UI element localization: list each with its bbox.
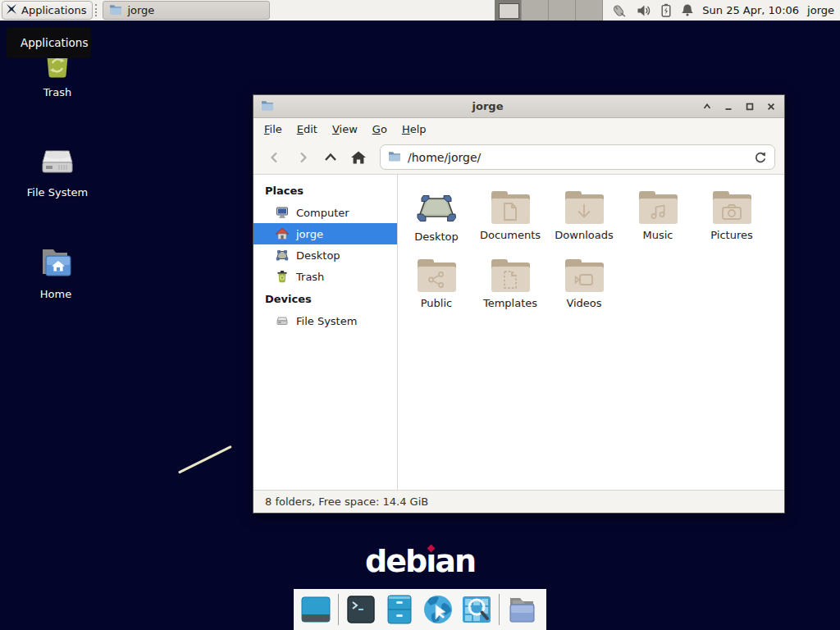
- workspace-pager[interactable]: [495, 0, 603, 21]
- terminal-launcher[interactable]: [345, 593, 377, 626]
- folder-item-videos[interactable]: Videos: [547, 259, 621, 309]
- xfce-applications-icon: [5, 2, 18, 18]
- forward-button[interactable]: [290, 145, 315, 170]
- dock-panel: [294, 589, 546, 630]
- debian-logo-text: deb: [365, 543, 426, 579]
- music-notes-icon: [649, 203, 667, 221]
- notifications-icon[interactable]: [681, 3, 694, 17]
- reload-button[interactable]: [754, 151, 767, 164]
- sidebar-item-filesystem[interactable]: File System: [253, 310, 397, 331]
- folder-item-desktop[interactable]: Desktop: [399, 191, 473, 243]
- shade-button[interactable]: [701, 101, 713, 112]
- sidebar-places-header: Places: [253, 179, 397, 202]
- pointing-device-icon[interactable]: [610, 3, 627, 18]
- minimize-button[interactable]: [723, 101, 734, 112]
- desktop-icon-label: Trash: [11, 86, 103, 98]
- folder-item-documents[interactable]: Documents: [473, 191, 547, 243]
- sidebar-item-trash[interactable]: Trash: [253, 266, 397, 287]
- sidebar-item-label: Desktop: [296, 249, 340, 262]
- file-manager-icon: [386, 594, 413, 625]
- applications-menu-label: Applications: [21, 4, 86, 16]
- maximize-button[interactable]: [744, 101, 756, 112]
- up-button[interactable]: [318, 145, 343, 170]
- cursor-artifact: [178, 445, 232, 474]
- sidebar-item-label: Computer: [296, 207, 349, 219]
- home-folder-icon: [36, 243, 75, 282]
- panel-username[interactable]: jorge: [807, 4, 834, 16]
- panel-clock[interactable]: Sun 25 Apr, 10:06: [702, 4, 799, 16]
- show-desktop-button[interactable]: [299, 593, 332, 626]
- workspace-2[interactable]: [522, 0, 549, 21]
- workspace-4[interactable]: [576, 0, 603, 21]
- folder-label: Documents: [480, 229, 541, 241]
- directory-icon: [505, 595, 538, 624]
- trash-small-icon: [276, 270, 289, 283]
- toolbar: /home/jorge/: [253, 140, 784, 175]
- window-titlebar[interactable]: jorge: [253, 95, 784, 118]
- debian-logo: debıan: [0, 543, 840, 579]
- volume-icon[interactable]: [637, 4, 651, 17]
- window-folder-icon: [261, 98, 274, 115]
- folder-label: Templates: [483, 297, 537, 309]
- computer-icon: [276, 206, 289, 219]
- videos-folder-icon: [565, 259, 604, 292]
- workspace-1[interactable]: [495, 0, 522, 21]
- template-document-icon: [501, 270, 519, 290]
- location-bar[interactable]: /home/jorge/: [380, 144, 775, 170]
- sidebar-item-desktop[interactable]: Desktop: [253, 244, 397, 266]
- menu-go[interactable]: Go: [365, 119, 395, 139]
- desktop-icon-home[interactable]: Home: [10, 243, 102, 300]
- show-desktop-icon: [300, 594, 331, 625]
- folder-item-downloads[interactable]: Downloads: [547, 191, 621, 243]
- directory-launcher[interactable]: [505, 593, 538, 626]
- menu-file[interactable]: File: [257, 119, 290, 139]
- menu-help[interactable]: Help: [395, 119, 434, 139]
- folder-item-music[interactable]: Music: [621, 191, 695, 243]
- sidebar-item-label: Trash: [296, 271, 324, 283]
- location-path[interactable]: /home/jorge/: [408, 151, 481, 164]
- documents-folder-icon: [491, 191, 530, 224]
- web-browser-launcher[interactable]: [422, 593, 454, 626]
- folder-window-icon: [109, 2, 122, 18]
- sidebar: Places Computer jorge: [253, 175, 398, 490]
- folder-item-public[interactable]: Public: [399, 259, 473, 309]
- system-tray: [610, 3, 694, 18]
- folder-label: Desktop: [414, 231, 459, 243]
- close-button[interactable]: [765, 101, 777, 112]
- document-glyph-icon: [501, 202, 519, 221]
- workspace-3[interactable]: [549, 0, 576, 21]
- desktop-special-icon: [417, 191, 456, 226]
- taskbar-window-button[interactable]: jorge: [103, 1, 270, 20]
- camera-icon: [721, 203, 742, 221]
- debian-logo-text: an: [435, 543, 475, 579]
- folder-label: Music: [643, 229, 673, 241]
- workspace-window-preview: [499, 3, 519, 19]
- folder-item-templates[interactable]: Templates: [473, 259, 547, 309]
- app-finder-launcher[interactable]: [460, 593, 493, 626]
- menu-view[interactable]: View: [325, 119, 365, 139]
- applications-tooltip: Applications: [7, 27, 91, 58]
- file-manager-launcher[interactable]: [383, 593, 416, 626]
- applications-menu-button[interactable]: Applications: [2, 1, 93, 20]
- home-button[interactable]: [346, 145, 371, 170]
- sidebar-devices-header: Devices: [253, 287, 397, 310]
- status-bar: 8 folders, Free space: 14.4 GiB: [253, 490, 784, 513]
- desktop-icon-filesystem[interactable]: File System: [11, 141, 103, 199]
- battery-icon[interactable]: [661, 3, 671, 17]
- dock-separator: [499, 594, 500, 625]
- drive-icon: [38, 141, 77, 180]
- folder-label: Pictures: [710, 229, 752, 241]
- music-folder-icon: [639, 191, 678, 224]
- panel-handle[interactable]: [95, 4, 100, 16]
- back-button[interactable]: [262, 145, 287, 170]
- dock-separator: [338, 594, 339, 625]
- downloads-folder-icon: [565, 191, 604, 224]
- sidebar-item-jorge[interactable]: jorge: [253, 223, 397, 244]
- sidebar-item-computer[interactable]: Computer: [253, 202, 397, 223]
- top-panel: Applications jorge: [0, 0, 840, 21]
- menu-edit[interactable]: Edit: [290, 119, 325, 139]
- folder-icon-view[interactable]: Desktop Documents Download: [398, 175, 784, 490]
- pictures-folder-icon: [713, 191, 751, 224]
- file-manager-window: jorge File Edit View Go Help: [253, 94, 785, 514]
- folder-item-pictures[interactable]: Pictures: [695, 191, 769, 243]
